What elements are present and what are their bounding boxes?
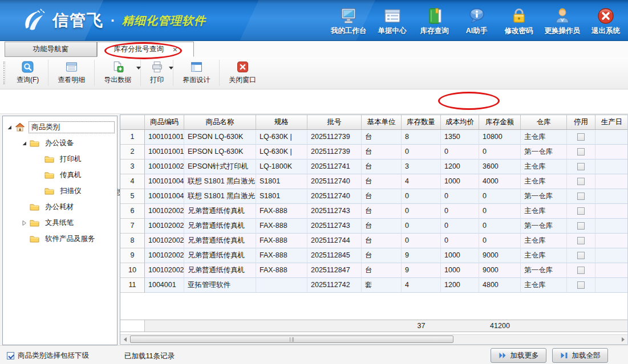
folder-icon — [30, 203, 39, 211]
toolbar-view-detail-button[interactable]: 查看明细 — [50, 59, 92, 87]
column-header-disabled[interactable]: 停用 — [567, 115, 595, 129]
loaded-records-status: 已加载11条记录 — [124, 351, 175, 361]
nav-item-switch-operator[interactable]: 更换操作员 — [545, 7, 581, 36]
load-all-button[interactable]: 加载全部 — [552, 348, 608, 363]
category-tree: 商品类别办公设备打印机传真机扫描仪办公耗材文具纸笔软件产品及服务 — [3, 116, 117, 247]
summary-amount-total: 41200 — [479, 320, 521, 332]
table-row[interactable]: 1100101001EPSON LQ-630KLQ-630K |20251127… — [120, 130, 627, 145]
cell-proddate — [595, 248, 628, 263]
column-header-warehouse[interactable]: 仓库 — [521, 115, 567, 129]
brand-swoosh-icon — [18, 8, 47, 33]
tree-node[interactable]: 文具纸笔 — [3, 215, 117, 231]
dropdown-arrow-icon[interactable] — [169, 67, 173, 69]
checkbox-box[interactable] — [7, 352, 14, 359]
cell-proddate — [595, 278, 628, 293]
tree-node[interactable]: 软件产品及服务 — [3, 231, 117, 247]
table-row[interactable]: 10100102002兄弟普通纸传真机FAX-8882025112847台910… — [120, 263, 627, 278]
cell-qty: 9 — [402, 263, 441, 278]
cell-spec: FAX-888 — [256, 248, 307, 263]
cell-amount: 4000 — [479, 174, 521, 189]
toolbar-close-window-button[interactable]: 关闭窗口 — [221, 59, 264, 87]
cell-warehouse: 第一仓库 — [521, 145, 567, 159]
cell-qty: 4 — [402, 174, 441, 189]
cell-warehouse: 主仓库 — [521, 248, 567, 263]
tree-node[interactable]: 打印机 — [3, 151, 117, 167]
tab-bar: 功能导航窗 库存分批号查询 × — [0, 41, 628, 57]
column-header-amount[interactable]: 库存金额 — [479, 115, 521, 129]
inventory-query-icon — [426, 7, 444, 25]
table-row[interactable]: 5100101004联想 S1801 黑白激光S18012025112740台0… — [120, 189, 627, 204]
cell-qty: 3 — [402, 159, 441, 174]
table-row[interactable]: 2100101001EPSON LQ-630KLQ-630K |20251127… — [120, 145, 627, 159]
column-header-proddate[interactable]: 生产日 — [595, 115, 628, 129]
cell-amount: 0 — [479, 145, 521, 159]
dropdown-arrow-icon[interactable] — [136, 67, 141, 69]
toolbar-export-data-button[interactable]: 导出数据 — [96, 59, 139, 87]
cell-batch: 2025112847 — [307, 263, 362, 278]
cell-disabled — [567, 174, 595, 189]
document-center-icon — [383, 7, 402, 25]
nav-item-change-password[interactable]: 修改密码 — [503, 7, 536, 36]
nav-item-ai-assistant[interactable]: AI助手 — [460, 7, 493, 36]
tab-inventory-batch-query[interactable]: 库存分批号查询 × — [97, 42, 194, 57]
cell-price: 1200 — [441, 278, 479, 293]
toolbar-grip[interactable] — [3, 62, 6, 84]
cell-warehouse: 主仓库 — [521, 130, 567, 145]
tree-node[interactable]: 办公耗材 — [3, 199, 117, 215]
cell-name: 亚拓管理软件 — [184, 278, 256, 293]
nav-item-document-center[interactable]: 单据中心 — [376, 7, 409, 36]
cell-warehouse: 主仓库 — [521, 204, 567, 219]
scrollbar-thumb[interactable] — [130, 336, 453, 343]
column-header-batch[interactable]: 批号 — [307, 115, 362, 129]
expander-collapsed-icon[interactable] — [21, 220, 27, 226]
toolbar: 查询(F) 查看明细 导出数据 打印 — [0, 57, 628, 89]
include-sub-checkbox[interactable]: 商品类别选择包括下级 — [7, 351, 89, 361]
load-more-button[interactable]: 加载更多 — [491, 348, 546, 363]
table-row[interactable]: 111004001亚拓管理软件2025112742套412004800主仓库 — [120, 278, 627, 293]
cell-spec: FAX-888 — [256, 219, 307, 234]
cell-warehouse: 第一仓库 — [521, 263, 567, 278]
tree-node[interactable]: 商品类别 — [3, 119, 117, 135]
scroll-left-arrow[interactable] — [120, 335, 129, 343]
tree-node[interactable]: 办公设备 — [3, 135, 117, 151]
table-row[interactable]: 4100101004联想 S1801 黑白激光S18012025112740台4… — [120, 174, 627, 189]
cell-name: 兄弟普通纸传真机 — [184, 263, 256, 278]
tree-node[interactable]: 传真机 — [3, 167, 117, 183]
cell-price: 0 — [441, 234, 479, 248]
horizontal-scrollbar[interactable] — [120, 334, 627, 343]
cell-batch: 2025112742 — [307, 278, 362, 293]
column-header-name[interactable]: 商品名称 — [184, 115, 256, 129]
toolbar-ui-design-button[interactable]: 界面设计 — [175, 59, 217, 87]
tab-close-icon[interactable]: × — [173, 46, 177, 54]
folder-icon — [44, 187, 54, 195]
table-row[interactable]: 6100102002兄弟普通纸传真机FAX-8882025112743台000主… — [120, 204, 627, 219]
toolbar-print-button[interactable]: 打印 — [143, 59, 171, 87]
filter-bar: 仓库 ··· 商品信息 ··· 供应商 ··· 批号 查询(F) 按仓库显示不显… — [0, 89, 628, 114]
cell-disabled — [567, 219, 595, 234]
disabled-checkbox — [577, 133, 585, 141]
column-header-spec[interactable]: 规格 — [256, 115, 307, 129]
table-row[interactable]: 8100102002兄弟普通纸传真机FAX-8882025112744台000主… — [120, 234, 627, 248]
column-header-qty[interactable]: 库存数量 — [402, 115, 441, 129]
column-header-unit[interactable]: 基本单位 — [362, 115, 402, 129]
cell-spec: FAX-888 — [256, 204, 307, 219]
cell-unit: 台 — [362, 159, 402, 174]
nav-item-workstation[interactable]: 我的工作台 — [331, 7, 367, 36]
expander-expanded-icon[interactable] — [6, 125, 12, 130]
tree-node-label: 商品类别 — [29, 121, 115, 133]
table-row[interactable]: 7100102002兄弟普通纸传真机FAX-8882025112743台000第… — [120, 219, 627, 234]
tree-node[interactable]: 扫描仪 — [3, 183, 117, 199]
column-header-code[interactable]: 商品编码 — [145, 115, 184, 129]
disabled-checkbox — [577, 148, 585, 156]
expander-expanded-icon[interactable] — [21, 141, 27, 146]
tab-function-nav[interactable]: 功能导航窗 — [5, 42, 97, 57]
cell-warehouse: 第一仓库 — [521, 189, 567, 204]
nav-item-exit-system[interactable]: 退出系统 — [589, 7, 622, 36]
cell-code: 100101001 — [145, 130, 184, 145]
scroll-right-arrow[interactable] — [618, 335, 627, 343]
nav-item-inventory-query[interactable]: 库存查询 — [418, 7, 451, 36]
toolbar-query-button[interactable]: 查询(F) — [9, 59, 46, 87]
table-row[interactable]: 9100102002兄弟普通纸传真机FAX-8882025112845台9100… — [120, 248, 627, 263]
column-header-price[interactable]: 成本均价 — [441, 115, 479, 129]
table-row[interactable]: 3100101002EPSON针式打印机LQ-1800K2025112741台3… — [120, 159, 627, 174]
